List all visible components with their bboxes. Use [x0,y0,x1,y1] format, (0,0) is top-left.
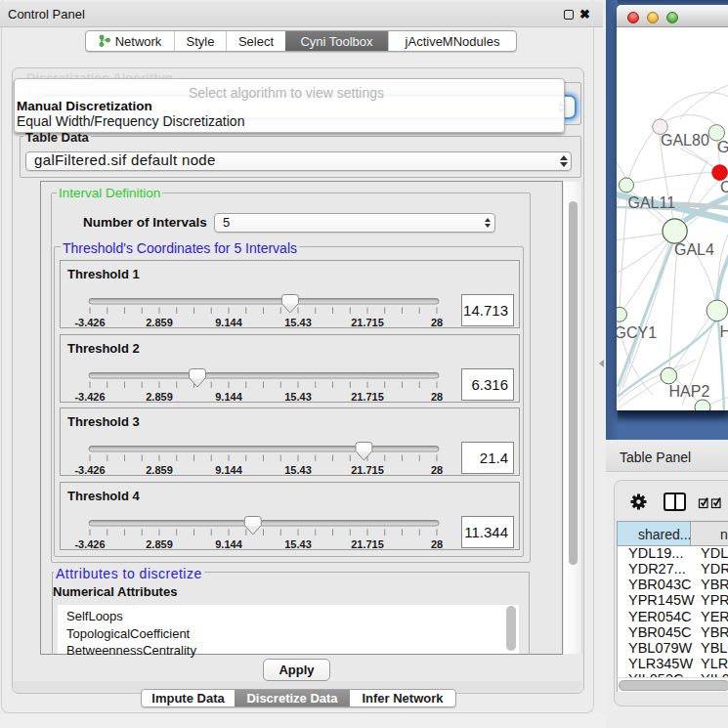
svg-text:9.144: 9.144 [215,317,242,328]
svg-text:28: 28 [431,317,443,328]
svg-text:H: H [720,323,728,340]
svg-text:2.859: 2.859 [146,391,173,403]
svg-text:G..: G.. [717,139,728,155]
svg-text:GAL80: GAL80 [661,132,709,149]
svg-text:28: 28 [431,538,443,550]
svg-text:-3.426: -3.426 [74,317,105,328]
svg-text:2.859: 2.859 [146,538,173,550]
svg-text:15.43: 15.43 [284,391,312,403]
svg-text:-3.426: -3.426 [74,464,105,476]
svg-text:21.715: 21.715 [351,538,384,550]
svg-text:28: 28 [431,391,443,403]
svg-text:GAL4: GAL4 [674,241,714,258]
svg-text:GAL11: GAL11 [628,194,676,211]
svg-text:C: C [720,179,728,195]
svg-text:9.144: 9.144 [215,391,242,403]
svg-text:21.715: 21.715 [351,464,384,476]
svg-text:15.43: 15.43 [284,538,312,550]
svg-text:GCY1: GCY1 [617,324,657,341]
svg-text:2.859: 2.859 [146,317,173,328]
svg-text:28: 28 [431,464,443,476]
svg-text:9.144: 9.144 [215,538,242,550]
svg-text:-3.426: -3.426 [74,391,105,403]
svg-text:21.715: 21.715 [351,391,384,403]
svg-text:9.144: 9.144 [215,464,242,476]
svg-text:21.715: 21.715 [351,317,384,328]
svg-text:2.859: 2.859 [146,464,173,476]
svg-text:15.43: 15.43 [284,464,312,476]
svg-text:-3.426: -3.426 [74,538,105,550]
svg-text:15.43: 15.43 [284,317,312,328]
svg-text:HAP2: HAP2 [669,383,710,400]
